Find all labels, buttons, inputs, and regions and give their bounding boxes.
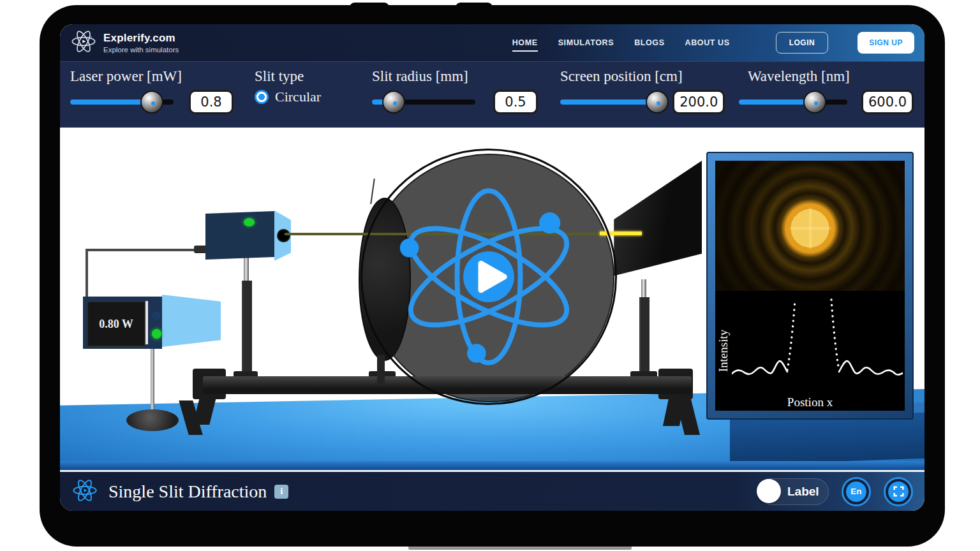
login-button[interactable]: LOGIN (776, 32, 829, 54)
atom-icon (71, 477, 98, 506)
slider-fill (70, 99, 152, 105)
intensity-curve (732, 295, 903, 390)
top-navbar: Explerify.com Explore with simulators HO… (60, 24, 924, 61)
fullscreen-icon (888, 481, 909, 502)
play-overlay-button[interactable] (360, 149, 617, 405)
power-meter-cable (85, 249, 202, 251)
nav-menu: HOME SIMULATORS BLOGS ABOUT US LOGIN SIG… (512, 32, 914, 54)
slider-knob[interactable] (382, 91, 405, 114)
language-button[interactable]: En (842, 477, 871, 506)
optical-table-edge (60, 461, 924, 470)
brand-tagline: Explore with simulators (103, 46, 179, 54)
laser-power-label: Laser power [mW] (70, 62, 239, 85)
nav-item-home[interactable]: HOME (512, 38, 538, 47)
screen-position-control: Screen position [cm] 200.0 (560, 62, 725, 114)
bottom-bar: Single Slit Diffraction i Label En (60, 470, 924, 511)
slider-knob[interactable] (646, 91, 669, 114)
fullscreen-button[interactable] (884, 477, 913, 506)
label-toggle[interactable]: Label (759, 478, 829, 505)
slit-pointer (370, 179, 375, 204)
power-meter-base (126, 409, 179, 431)
tablet-top-button (456, 3, 493, 13)
wavelength-value[interactable]: 600.0 (861, 90, 914, 114)
signup-button[interactable]: SIGN UP (858, 32, 914, 54)
tablet-top-button (350, 3, 389, 13)
screen-pole (639, 297, 650, 383)
toggle-knob[interactable] (757, 479, 781, 503)
projection-screen (611, 159, 702, 282)
wavelength-slider[interactable] (739, 91, 847, 114)
slider-fill (560, 99, 657, 105)
slit-radius-slider[interactable] (372, 91, 475, 114)
screen-position-value[interactable]: 200.0 (672, 90, 725, 114)
nav-item-simulators[interactable]: SIMULATORS (558, 38, 614, 47)
slit-radius-value[interactable]: 0.5 (493, 90, 538, 114)
laser-aperture (277, 229, 290, 242)
language-label: En (846, 481, 866, 502)
panel-pedestal (730, 413, 924, 466)
slit-type-radio-circular[interactable] (255, 90, 269, 104)
laser-power-slider[interactable] (70, 91, 174, 114)
slit-type-label: Slit type (255, 62, 363, 85)
brand[interactable]: Explerify.com Explore with simulators (70, 28, 179, 57)
controls-bar: Laser power [mW] 0.8 Slit type (60, 61, 924, 128)
power-meter-led-blue (152, 311, 161, 320)
laser-power-value[interactable]: 0.8 (189, 90, 234, 114)
wavelength-control: Wavelength [nm] 600.0 (739, 62, 917, 114)
power-meter-bezel (145, 301, 148, 344)
nav-item-about-us[interactable]: ABOUT US (685, 38, 730, 47)
app-screen: Explerify.com Explore with simulators HO… (60, 24, 924, 511)
simulation-canvas[interactable]: 0.80 W (60, 128, 924, 470)
power-meter-side (162, 295, 221, 347)
toggle-label: Label (787, 485, 819, 499)
page: Explerify.com Explore with simulators HO… (0, 0, 980, 551)
info-icon[interactable]: i (274, 485, 288, 499)
slit-radius-control: Slit radius [mm] 0.5 (372, 62, 538, 114)
atom-play-icon (378, 166, 600, 388)
laser-pole (242, 281, 252, 381)
wavelength-label: Wavelength [nm] (748, 62, 917, 85)
screen-position-label: Screen position [cm] (560, 62, 725, 85)
power-meter-display: 0.80 W (87, 301, 145, 347)
laser-led-green (244, 218, 255, 226)
power-meter-led-green (152, 329, 161, 339)
nav-item-blogs[interactable]: BLOGS (634, 38, 664, 47)
atom-icon (70, 28, 97, 57)
screen-position-slider[interactable] (560, 91, 662, 114)
brand-name: Explerify.com (103, 32, 179, 45)
power-meter-pole (151, 349, 154, 413)
slit-type-option-label[interactable]: Circular (275, 89, 321, 105)
simulation-title: Single Slit Diffraction (108, 481, 267, 502)
intensity-graph: Intensity Postion x (715, 291, 905, 411)
laser-power-control: Laser power [mW] 0.8 (70, 62, 239, 114)
slider-knob[interactable] (140, 91, 163, 114)
graph-x-label: Postion x (715, 395, 905, 409)
airy-diffraction-pattern (715, 161, 905, 291)
power-meter-cable (85, 249, 88, 300)
laser-body (205, 211, 274, 260)
slit-type-control: Slit type Circular (255, 62, 363, 105)
graph-y-label: Intensity (716, 330, 731, 372)
tablet-frame: Explerify.com Explore with simulators HO… (40, 5, 945, 547)
result-panel: Intensity Postion x (706, 152, 914, 420)
slit-radius-label: Slit radius [mm] (372, 62, 538, 85)
slider-knob[interactable] (803, 91, 826, 114)
